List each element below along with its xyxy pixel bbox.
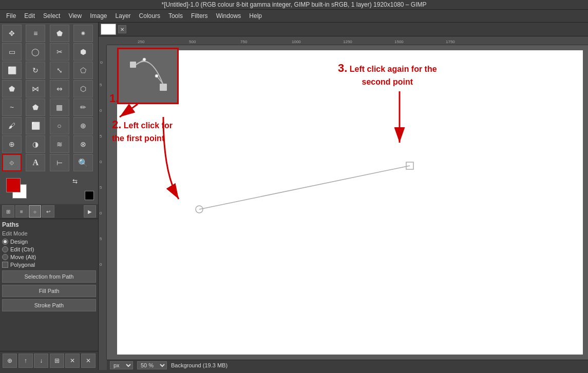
free-select-tool[interactable]: ⬟: [50, 25, 69, 42]
text-tool[interactable]: A: [26, 154, 45, 171]
convolve-tool[interactable]: ⊗: [73, 135, 93, 153]
window-title: *[Untitled]-1.0 (RGB colour 8-bit gamma …: [162, 1, 427, 8]
status-bar: px mm in 50 % 100 % 200 % Background (19…: [107, 360, 588, 370]
zoom-tool[interactable]: 🔍: [73, 154, 93, 171]
svg-text:0: 0: [100, 211, 102, 215]
checkbox-polygonal[interactable]: Polygonal: [2, 262, 96, 268]
unit-select[interactable]: px mm in: [110, 361, 133, 369]
tool-icons-grid: ✥ ≡ ⬟ ⁕ ▭ ◯ ✂ ⬢ ⬜ ↻ ⤡ ⬠ ⬟ ⋈ ⇔ ⬡ ~ ⬟ ▦ ✏ …: [0, 23, 98, 173]
menu-bar: FileEditSelectViewImageLayerColoursTools…: [0, 10, 588, 23]
radio-edit-label: Edit (Ctrl): [10, 246, 34, 252]
menu-item-edit[interactable]: Edit: [21, 11, 38, 21]
new-path-icon[interactable]: ⊕: [3, 354, 17, 368]
menu-item-filters[interactable]: Filters: [188, 11, 211, 21]
raise-path-icon[interactable]: ↑: [18, 354, 33, 368]
canvas-header: ✕: [99, 23, 588, 36]
svg-rect-20: [406, 162, 413, 169]
fuzzy-select-tool[interactable]: ⁕: [73, 25, 93, 42]
warp-transform-tool[interactable]: ~: [2, 99, 22, 116]
menu-item-select[interactable]: Select: [40, 11, 63, 21]
canvas-viewport[interactable]: [107, 45, 588, 360]
menu-item-tools[interactable]: Tools: [165, 11, 186, 21]
panel-menu-icon[interactable]: ▶: [84, 205, 96, 218]
lower-path-icon[interactable]: ↓: [34, 354, 48, 368]
rotate-tool[interactable]: ↻: [26, 62, 45, 79]
radio-design-dot[interactable]: [2, 239, 8, 245]
rect-select-tool[interactable]: ▭: [2, 43, 22, 61]
main-layout: ✥ ≡ ⬟ ⁕ ▭ ◯ ✂ ⬢ ⬜ ↻ ⤡ ⬠ ⬟ ⋈ ⇔ ⬡ ~ ⬟ ▦ ✏ …: [0, 23, 588, 370]
radio-edit-dot[interactable]: [2, 246, 8, 252]
eraser-tool[interactable]: ⬜: [26, 117, 45, 134]
swap-colors-icon[interactable]: ⇆: [72, 178, 78, 185]
polygonal-checkbox[interactable]: [2, 262, 8, 268]
vertical-ruler: 0 5 0 5 0 5 0 5 0: [99, 45, 107, 360]
bucket-fill-tool[interactable]: ⬟: [26, 99, 45, 116]
dodge-burn-tool[interactable]: ◑: [26, 135, 45, 153]
menu-item-file[interactable]: File: [3, 11, 19, 21]
delete-path-icon[interactable]: ✕: [81, 354, 96, 368]
duplicate-path-icon[interactable]: ⊞: [50, 354, 64, 368]
canvas-drawing-area[interactable]: [117, 50, 583, 355]
smudge-tool[interactable]: ≋: [50, 135, 69, 153]
svg-text:1000: 1000: [292, 40, 301, 44]
ellipse-select-tool[interactable]: ◯: [26, 43, 45, 61]
zoom-select[interactable]: 50 % 100 % 200 %: [137, 361, 167, 369]
canvas-status-text: Background (19.3 MB): [171, 362, 227, 368]
polygonal-label: Polygonal: [10, 262, 35, 268]
svg-text:750: 750: [240, 40, 248, 44]
cage-tool[interactable]: ⬡: [73, 80, 93, 97]
flip-tool[interactable]: ⇔: [50, 80, 69, 97]
svg-text:5: 5: [100, 185, 102, 190]
heal-tool[interactable]: ⊕: [2, 135, 22, 153]
align-tool[interactable]: ≡: [26, 25, 45, 42]
menu-item-windows[interactable]: Windows: [213, 11, 244, 21]
canvas-thumbnail[interactable]: [101, 24, 116, 35]
menu-item-layer[interactable]: Layer: [112, 11, 134, 21]
scale-tool[interactable]: ⤡: [50, 62, 69, 79]
move-tool[interactable]: ✥: [2, 25, 22, 42]
svg-text:0: 0: [100, 262, 102, 267]
menu-item-view[interactable]: View: [65, 11, 85, 21]
radio-move-dot[interactable]: [2, 254, 8, 260]
perspective-tool[interactable]: ⬟: [2, 80, 22, 97]
shear-tool[interactable]: ⬠: [73, 62, 93, 79]
svg-rect-8: [99, 45, 107, 360]
radio-design[interactable]: Design: [2, 239, 96, 245]
scissors-select-tool[interactable]: ✂: [50, 43, 69, 61]
menu-item-image[interactable]: Image: [87, 11, 110, 21]
clone-tool[interactable]: ⊕: [73, 117, 93, 134]
fill-path-button[interactable]: Fill Path: [2, 285, 96, 297]
gradient-tool[interactable]: ▦: [50, 99, 69, 116]
measure-tool[interactable]: ⊢: [50, 154, 69, 171]
panel-tabs-row: ⊞ ≡ ⟐ ↩ ▶: [0, 204, 98, 219]
pencil-tool[interactable]: ✏: [73, 99, 93, 116]
svg-text:0: 0: [100, 160, 102, 164]
unified-transform-tool[interactable]: ⋈: [26, 80, 45, 97]
menu-item-help[interactable]: Help: [246, 11, 265, 21]
canvas-close-button[interactable]: ✕: [118, 25, 126, 33]
svg-text:1250: 1250: [343, 40, 352, 44]
paintbrush-tool[interactable]: 🖌: [2, 117, 22, 134]
svg-text:5: 5: [100, 83, 102, 87]
radio-move[interactable]: Move (Alt): [2, 254, 96, 260]
reset-colors-icon[interactable]: [85, 191, 94, 200]
radio-move-label: Move (Alt): [10, 254, 36, 260]
edit-mode-label: Edit Mode: [2, 230, 96, 237]
foreground-color-swatch[interactable]: [6, 178, 21, 192]
title-bar: *[Untitled]-1.0 (RGB colour 8-bit gamma …: [0, 0, 588, 10]
path-to-selection-icon[interactable]: ✕: [65, 354, 80, 368]
color-swatches: ⇆: [0, 173, 98, 204]
airbrush-tool[interactable]: ○: [50, 117, 69, 134]
tab-paths[interactable]: ⟐: [29, 205, 41, 218]
tab-layers[interactable]: ⊞: [2, 205, 14, 218]
stroke-path-button[interactable]: Stroke Path: [2, 299, 96, 311]
paths-tool[interactable]: ⟐: [2, 154, 22, 171]
svg-text:1500: 1500: [394, 40, 404, 44]
menu-item-colours[interactable]: Colours: [136, 11, 163, 21]
foreground-select-tool[interactable]: ⬢: [73, 43, 93, 61]
radio-edit[interactable]: Edit (Ctrl): [2, 246, 96, 252]
tab-undo[interactable]: ↩: [42, 205, 54, 218]
selection-from-path-button[interactable]: Selection from Path: [2, 270, 96, 283]
tab-channels[interactable]: ≡: [15, 205, 28, 218]
crop-tool[interactable]: ⬜: [2, 62, 22, 79]
